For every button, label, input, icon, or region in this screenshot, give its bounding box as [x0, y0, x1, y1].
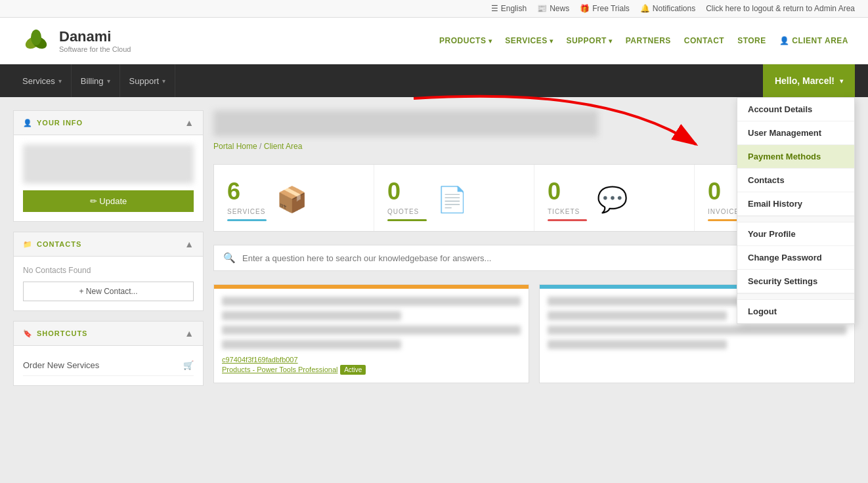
menu-icon: ☰ — [491, 4, 498, 13]
update-button[interactable]: ✏ Update — [23, 190, 194, 212]
new-contact-button[interactable]: + New Contact... — [23, 282, 194, 301]
news-link[interactable]: 📰 News — [537, 4, 569, 13]
logout-admin-link[interactable]: Click here to logout & return to Admin A… — [706, 4, 855, 13]
billing-label: Billing — [81, 76, 104, 86]
stat-services-underline — [227, 219, 267, 221]
svg-point-2 — [31, 30, 41, 45]
tickets-icon: 💬 — [597, 185, 628, 214]
user-icon-sm: 👤 — [23, 119, 33, 127]
card-1-blurred-1 — [222, 297, 521, 306]
stat-tickets-number: 0 — [548, 178, 587, 205]
billing-menu[interactable]: Billing ▾ — [72, 64, 120, 97]
quotes-icon: 📄 — [437, 185, 467, 214]
shortcut-order-services[interactable]: Order New Services 🛒 — [23, 355, 194, 376]
card-1-product-link[interactable]: Products - Power Tools Professional — [222, 366, 338, 373]
card-2-blurred-2 — [548, 311, 727, 320]
client-bar-nav: Services ▾ Billing ▾ Support ▾ — [13, 64, 175, 97]
shortcuts-collapse[interactable]: ▲ — [184, 328, 194, 339]
breadcrumb-current[interactable]: Client Area — [264, 142, 303, 151]
logo-text: Danami Software for the Cloud — [59, 28, 131, 53]
no-contacts-text: No Contacts Found — [23, 266, 194, 275]
billing-dropdown-arrow: ▾ — [107, 77, 110, 85]
stat-tickets[interactable]: 0 TICKETS 💬 — [534, 165, 695, 231]
shortcuts-panel: 🔖 SHORTCUTS ▲ Order New Services 🛒 — [13, 321, 204, 386]
shortcuts-title: 🔖 SHORTCUTS — [23, 329, 87, 338]
dropdown-contacts[interactable]: Contacts — [737, 169, 854, 192]
stat-quotes-info: 0 QUOTES — [387, 178, 427, 221]
stat-services-number: 6 — [227, 178, 267, 205]
client-bar: Services ▾ Billing ▾ Support ▾ Hello, Ma… — [0, 64, 868, 97]
brand-tagline: Software for the Cloud — [59, 45, 131, 53]
hello-text: Hello, Marcel! — [775, 75, 835, 86]
contacts-header: 📁 CONTACTS ▲ — [14, 232, 203, 257]
user-dropdown-menu: Account Details User Management Payment … — [737, 97, 855, 324]
nav-store[interactable]: STORE — [737, 36, 766, 45]
dropdown-user-management[interactable]: User Management — [737, 121, 854, 145]
your-info-panel: 👤 YOUR INFO ▲ ✏ Update — [13, 110, 204, 222]
your-info-title: 👤 YOUR INFO — [23, 119, 83, 127]
folder-icon: 📁 — [23, 240, 33, 249]
nav-client-area[interactable]: 👤 CLIENT AREA — [779, 36, 848, 45]
card-1-blurred-2 — [222, 311, 401, 320]
dropdown-change-password[interactable]: Change Password — [737, 246, 854, 270]
top-bar: ☰ English 📰 News 🎁 Free Trials 🔔 Notific… — [0, 0, 868, 18]
dropdown-security-settings[interactable]: Security Settings — [737, 270, 854, 293]
stat-tickets-info: 0 TICKETS — [548, 178, 587, 221]
stat-quotes-underline — [387, 219, 427, 221]
card-2-blurred-4 — [548, 340, 727, 349]
stat-services-info: 6 SERVICES — [227, 178, 267, 221]
stat-quotes-number: 0 — [387, 178, 427, 205]
nav-products[interactable]: PRODUCTS — [439, 36, 492, 45]
language-selector[interactable]: ☰ English — [491, 4, 527, 13]
contacts-panel: 📁 CONTACTS ▲ No Contacts Found + New Con… — [13, 232, 204, 311]
support-menu[interactable]: Support ▾ — [120, 64, 176, 97]
services-icon: 📦 — [276, 185, 307, 214]
nav-contact[interactable]: CONTACT — [684, 36, 724, 45]
shortcut-label: Order New Services — [23, 360, 99, 370]
search-icon: 🔍 — [223, 252, 236, 264]
dropdown-payment-methods[interactable]: Payment Methods — [737, 145, 854, 169]
stat-services-label: SERVICES — [227, 208, 267, 215]
news-icon: 📰 — [537, 4, 547, 13]
contacts-body: No Contacts Found + New Contact... — [14, 257, 203, 310]
card-2-blurred-3 — [548, 326, 846, 335]
nav-support[interactable]: SUPPORT — [566, 36, 612, 45]
card-1-badge: Active — [340, 365, 366, 375]
hello-button[interactable]: Hello, Marcel! ▾ Account Details User Ma… — [763, 64, 855, 97]
services-dropdown-arrow: ▾ — [58, 77, 62, 85]
dropdown-divider-1 — [737, 216, 854, 222]
support-dropdown-arrow: ▾ — [162, 77, 165, 85]
main-nav: PRODUCTS SERVICES SUPPORT PARTNERS CONTA… — [439, 36, 848, 45]
stat-services[interactable]: 6 SERVICES 📦 — [214, 165, 374, 231]
bookmark-icon: 🔖 — [23, 329, 33, 338]
nav-services[interactable]: SERVICES — [505, 36, 553, 45]
shortcuts-header: 🔖 SHORTCUTS ▲ — [14, 322, 203, 346]
your-info-header: 👤 YOUR INFO ▲ — [14, 111, 203, 135]
stat-tickets-underline — [548, 219, 587, 221]
shortcuts-body: Order New Services 🛒 — [14, 346, 203, 385]
card-1-link[interactable]: c97404f3f169fadbfb007 — [222, 356, 298, 364]
welcome-blurred — [213, 110, 598, 136]
breadcrumb-home[interactable]: Portal Home — [213, 142, 257, 151]
dropdown-your-profile[interactable]: Your Profile — [737, 222, 854, 246]
site-header: Danami Software for the Cloud PRODUCTS S… — [0, 18, 868, 64]
free-trials-link[interactable]: 🎁 Free Trials — [580, 4, 630, 13]
dropdown-email-history[interactable]: Email History — [737, 192, 854, 216]
support-label: Support — [129, 76, 160, 86]
card-1-blurred-4 — [222, 340, 401, 349]
your-info-body: ✏ Update — [14, 135, 203, 221]
card-1-blurred-3 — [222, 326, 521, 335]
sidebar: 👤 YOUR INFO ▲ ✏ Update 📁 CONTACTS ▲ No C… — [13, 110, 204, 478]
your-info-blurred-content — [23, 144, 194, 184]
services-label: Services — [22, 76, 55, 86]
your-info-collapse[interactable]: ▲ — [184, 117, 194, 128]
services-menu[interactable]: Services ▾ — [13, 64, 72, 97]
contacts-collapse[interactable]: ▲ — [184, 239, 194, 249]
dropdown-account-details[interactable]: Account Details — [737, 98, 854, 121]
nav-partners[interactable]: PARTNERS — [626, 36, 671, 45]
logo-area[interactable]: Danami Software for the Cloud — [20, 24, 131, 57]
stat-tickets-label: TICKETS — [548, 208, 587, 215]
notifications-link[interactable]: 🔔 Notifications — [640, 4, 695, 13]
dropdown-logout[interactable]: Logout — [737, 300, 854, 324]
stat-quotes[interactable]: 0 QUOTES 📄 — [374, 165, 534, 231]
